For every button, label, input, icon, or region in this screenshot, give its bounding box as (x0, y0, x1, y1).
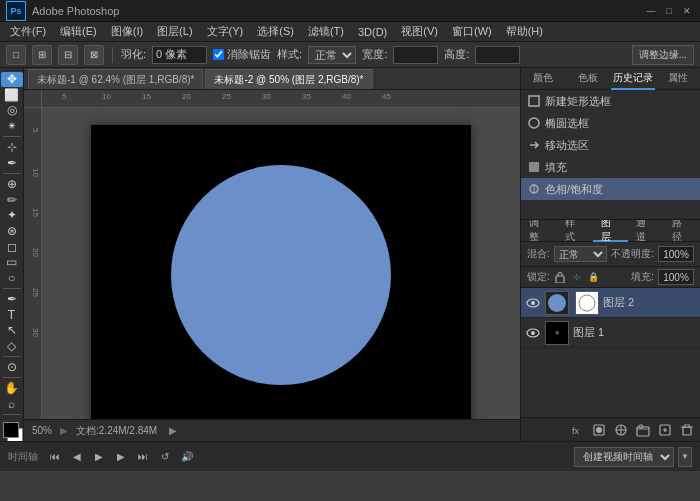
timeline-prev-frame[interactable]: ◀ (68, 448, 86, 466)
timeline-type-select[interactable]: 创建视频时间轴 (574, 447, 674, 467)
add-selection-btn[interactable]: ⊞ (32, 45, 52, 65)
tool-clone[interactable]: ✦ (1, 208, 23, 223)
tool-gradient[interactable]: ▭ (1, 255, 23, 270)
layers-tab-adjust[interactable]: 调整 (521, 220, 557, 242)
menu-item-4[interactable]: 文字(Y) (201, 22, 250, 41)
layers-tab-paths[interactable]: 路径 (664, 220, 700, 242)
title-bar-controls[interactable]: — □ ✕ (644, 4, 694, 18)
tab-history[interactable]: 历史记录 (611, 68, 656, 90)
history-item-2[interactable]: 移动选区 (521, 134, 700, 156)
menu-item-3[interactable]: 图层(L) (151, 22, 198, 41)
timeline-skip-start[interactable]: ⏮ (46, 448, 64, 466)
timeline-skip-end[interactable]: ⏭ (134, 448, 152, 466)
ruler-h-label-0: 5 (62, 92, 66, 101)
canvas-container[interactable] (91, 125, 471, 425)
intersect-selection-btn[interactable]: ⊠ (84, 45, 104, 65)
tab-properties[interactable]: 属性 (655, 68, 700, 90)
layer-item-0[interactable]: 图层 2 (521, 288, 700, 318)
tool-eraser[interactable]: ◻ (1, 239, 23, 254)
antialias-checkbox[interactable] (213, 49, 224, 60)
tool-eyedropper[interactable]: ✒ (1, 156, 23, 171)
menu-item-9[interactable]: 窗口(W) (446, 22, 498, 41)
opacity-input[interactable] (658, 246, 694, 262)
history-label-1: 椭圆选框 (545, 116, 589, 131)
tab-1[interactable]: 未标题-2 @ 50% (图层 2,RGB/8)* (205, 69, 372, 89)
timeline-create-btn[interactable]: ▼ (678, 447, 692, 467)
canvas-viewport[interactable] (42, 108, 520, 441)
add-fx-btn[interactable]: fx (568, 421, 586, 439)
svg-point-10 (531, 331, 535, 335)
tool-lasso[interactable]: ◎ (1, 103, 23, 118)
menu-item-0[interactable]: 文件(F) (4, 22, 52, 41)
tab-color[interactable]: 颜色 (521, 68, 566, 90)
layers-tab-style[interactable]: 样式 (557, 220, 593, 242)
layers-list: 图层 2 ■ 图层 1 (521, 288, 700, 417)
fg-color-swatch[interactable] (3, 422, 19, 438)
feather-input[interactable] (152, 46, 207, 64)
svg-rect-0 (529, 96, 539, 106)
lock-pos-icon[interactable]: ⊹ (570, 270, 584, 284)
layers-tab-channels[interactable]: 通道 (628, 220, 664, 242)
history-item-1[interactable]: 椭圆选框 (521, 112, 700, 134)
lock-all-icon[interactable]: 🔒 (587, 270, 601, 284)
style-select[interactable]: 正常 (308, 46, 356, 64)
adjust-edge-btn[interactable]: 调整边缘... (632, 45, 694, 65)
tool-shape[interactable]: ◇ (1, 338, 23, 353)
tool-sep1 (3, 136, 21, 137)
tool-3d[interactable]: ⊙ (1, 360, 23, 375)
tool-text[interactable]: T (1, 307, 23, 322)
history-item-4[interactable]: 色相/饱和度 (521, 178, 700, 200)
tool-move[interactable]: ✥ (1, 72, 23, 87)
lock-img-icon[interactable] (553, 270, 567, 284)
minimize-button[interactable]: — (644, 4, 658, 18)
subtract-selection-btn[interactable]: ⊟ (58, 45, 78, 65)
timeline-loop[interactable]: ↺ (156, 448, 174, 466)
new-layer-btn[interactable] (656, 421, 674, 439)
delete-layer-btn[interactable] (678, 421, 696, 439)
maximize-button[interactable]: □ (662, 4, 676, 18)
tool-hand[interactable]: ✋ (1, 381, 23, 396)
layer-eye-0[interactable] (525, 295, 541, 311)
arrow-btn[interactable]: ▶ (169, 425, 177, 436)
tab-swatches[interactable]: 色板 (566, 68, 611, 90)
close-button[interactable]: ✕ (680, 4, 694, 18)
timeline-audio[interactable]: 🔊 (178, 448, 196, 466)
tool-dodge[interactable]: ○ (1, 270, 23, 285)
svg-point-1 (529, 118, 539, 128)
menu-item-5[interactable]: 选择(S) (251, 22, 300, 41)
menu-item-7[interactable]: 3D(D) (352, 24, 393, 40)
layer-eye-1[interactable] (525, 325, 541, 341)
menu-item-8[interactable]: 视图(V) (395, 22, 444, 41)
layer-item-1[interactable]: ■ 图层 1 (521, 318, 700, 348)
tool-sep3 (3, 288, 21, 289)
blend-mode-select[interactable]: 正常 (554, 246, 607, 262)
timeline-play[interactable]: ▶ (90, 448, 108, 466)
tool-pen[interactable]: ✒ (1, 292, 23, 307)
menu-item-1[interactable]: 编辑(E) (54, 22, 103, 41)
tool-brush[interactable]: ✏ (1, 192, 23, 207)
layers-tab-layers[interactable]: 图层 (593, 220, 629, 242)
tool-healing[interactable]: ⊕ (1, 177, 23, 192)
menu-item-10[interactable]: 帮助(H) (500, 22, 549, 41)
menu-item-6[interactable]: 滤镜(T) (302, 22, 350, 41)
tool-magic-wand[interactable]: ✴ (1, 119, 23, 134)
menu-item-2[interactable]: 图像(I) (105, 22, 149, 41)
height-input[interactable] (475, 46, 520, 64)
add-mask-btn[interactable] (590, 421, 608, 439)
tool-path-select[interactable]: ↖ (1, 323, 23, 338)
history-item-0[interactable]: 新建矩形选框 (521, 90, 700, 112)
timeline-next-frame[interactable]: ▶ (112, 448, 130, 466)
new-group-btn[interactable] (634, 421, 652, 439)
history-item-3[interactable]: 填充 (521, 156, 700, 178)
tool-zoom[interactable]: ⌕ (1, 397, 23, 412)
tool-history-brush[interactable]: ⊛ (1, 224, 23, 239)
tool-crop[interactable]: ⊹ (1, 140, 23, 155)
tool-rect-select[interactable]: ⬜ (1, 88, 23, 103)
blend-row-1: 混合: 正常 不透明度: (527, 246, 694, 262)
tab-0[interactable]: 未标题-1 @ 62.4% (图层 1,RGB/8)* (28, 69, 203, 89)
ruler-h-label-1: 10 (102, 92, 111, 101)
fill-input[interactable] (658, 269, 694, 285)
new-selection-btn[interactable]: □ (6, 45, 26, 65)
new-adjustment-btn[interactable] (612, 421, 630, 439)
width-input[interactable] (393, 46, 438, 64)
